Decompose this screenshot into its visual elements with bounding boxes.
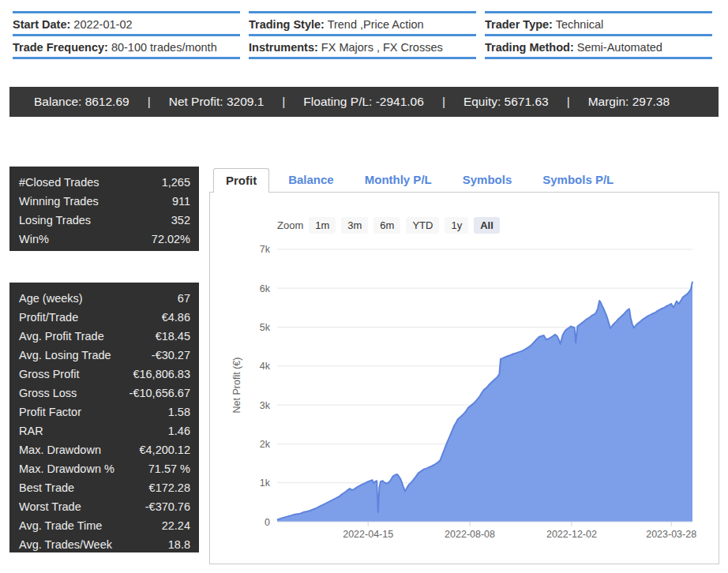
chart-zoom-controls: Zoom 1m3m6mYTD1yAll — [277, 217, 500, 234]
separator: | — [442, 95, 445, 109]
tab-monthly-p-l[interactable]: Monthly P/L — [353, 168, 444, 192]
info-value: Trend ,Price Action — [325, 18, 424, 31]
stat-label: Worst Trade — [19, 497, 81, 516]
separator: | — [282, 95, 285, 109]
stat-value: €172.28 — [149, 478, 190, 497]
y-tick-label: 2k — [260, 439, 271, 450]
tab-symbols[interactable]: Symbols — [451, 168, 524, 192]
info-cell-trading-method: Trading Method: Semi-Automated — [485, 34, 712, 59]
stat-value: 352 — [171, 211, 190, 230]
tab-symbols-p-l[interactable]: Symbols P/L — [531, 168, 625, 192]
stat-row-best-trade: Best Trade€172.28 — [19, 478, 190, 497]
stat-value: €16,806.83 — [133, 365, 190, 384]
info-label: Trade Frequency: — [13, 41, 108, 54]
stat-value: 1.58 — [168, 403, 190, 421]
x-tick-label: 2022-04-15 — [343, 529, 393, 540]
info-label: Trader Type: — [485, 18, 553, 31]
stat-value: €18.45 — [156, 327, 190, 346]
info-label: Trading Method: — [485, 41, 574, 54]
net-profit-area-chart[interactable]: 01k2k3k4k5k6k7kNet Profit (€)2022-04-152… — [210, 193, 719, 563]
stat-value: 1.46 — [168, 421, 190, 440]
stat-row-profit-trade: Profit/Trade€4.86 — [19, 308, 190, 327]
account-info-grid: Start Date: 2022-01-02Trading Style: Tre… — [13, 11, 712, 59]
stat-row-win: Win%72.02% — [19, 230, 190, 249]
summary-item-equity: Equity: 5671.63 — [463, 95, 549, 109]
x-tick-label: 2023-03-28 — [646, 529, 696, 540]
stat-row-rar: RAR1.46 — [19, 421, 190, 440]
stat-row-closed-trades: #Closed Trades1,265 — [19, 173, 190, 192]
stat-value: -€370.76 — [145, 497, 190, 516]
stat-label: Age (weeks) — [19, 289, 83, 308]
summary-item-balance: Balance: 8612.69 — [34, 95, 129, 109]
zoom-button-3m[interactable]: 3m — [341, 217, 368, 234]
y-tick-label: 1k — [260, 478, 271, 489]
info-cell-start-date: Start Date: 2022-01-02 — [13, 11, 240, 34]
info-value: FX Majors , FX Crosses — [318, 41, 443, 54]
stat-row-avg-trades-week: Avg. Trades/Week18.8 — [19, 535, 190, 554]
y-tick-label: 5k — [260, 322, 271, 333]
info-label: Trading Style: — [249, 18, 325, 31]
stat-row-worst-trade: Worst Trade-€370.76 — [19, 497, 190, 516]
info-label: Start Date: — [13, 18, 70, 31]
stat-row-winning-trades: Winning Trades911 — [19, 192, 190, 211]
stat-value: -€10,656.67 — [129, 384, 190, 403]
zoom-button-ytd[interactable]: YTD — [406, 217, 439, 234]
info-cell-trader-type: Trader Type: Technical — [485, 11, 712, 34]
stat-value: 67 — [178, 289, 190, 308]
x-tick-label: 2022-12-02 — [546, 529, 597, 540]
stat-label: Avg. Trade Time — [19, 516, 102, 535]
stat-row-profit-factor: Profit Factor1.58 — [19, 403, 190, 421]
chart-body: Zoom 1m3m6mYTD1yAll 01k2k3k4k5k6k7kNet P… — [209, 193, 719, 564]
y-tick-label: 6k — [260, 283, 271, 294]
zoom-button-6m[interactable]: 6m — [373, 217, 400, 234]
stat-row-avg-losing-trade: Avg. Losing Trade-€30.27 — [19, 346, 190, 365]
stat-value: -€30.27 — [152, 346, 190, 365]
stat-row-losing-trades: Losing Trades352 — [19, 211, 190, 230]
tab-balance[interactable]: Balance — [276, 168, 346, 192]
performance-stats-panel: Age (weeks)67Profit/Trade€4.86Avg. Profi… — [9, 283, 199, 552]
stat-label: Winning Trades — [19, 192, 99, 211]
zoom-button-all[interactable]: All — [474, 217, 500, 234]
stat-label: Avg. Profit Trade — [19, 327, 104, 346]
stat-value: 72.02% — [152, 230, 190, 249]
y-tick-label: 3k — [260, 400, 271, 411]
chart-card: ProfitBalanceMonthly P/LSymbolsSymbols P… — [209, 168, 719, 564]
stat-row-avg-trade-time: Avg. Trade Time22.24 — [19, 516, 190, 535]
stat-label: Profit/Trade — [19, 308, 78, 327]
tab-profit[interactable]: Profit — [213, 168, 269, 193]
info-label: Instruments: — [249, 41, 318, 54]
stat-row-gross-profit: Gross Profit€16,806.83 — [19, 365, 190, 384]
stat-value: 1,265 — [162, 173, 190, 192]
zoom-button-1y[interactable]: 1y — [445, 217, 468, 234]
y-tick-label: 0 — [265, 517, 270, 528]
trade-stats-panel: #Closed Trades1,265Winning Trades911Losi… — [9, 167, 199, 251]
separator: | — [567, 95, 570, 109]
info-value: Technical — [553, 18, 603, 31]
stat-label: Max. Drawdown % — [19, 459, 114, 478]
stat-value: 22.24 — [162, 516, 190, 535]
summary-item-margin: Margin: 297.38 — [588, 95, 670, 109]
info-cell-instruments: Instruments: FX Majors , FX Crosses — [249, 34, 476, 59]
stat-value: €4,200.12 — [139, 440, 190, 459]
stat-label: Best Trade — [19, 478, 74, 497]
stat-label: #Closed Trades — [19, 173, 99, 192]
y-tick-label: 4k — [260, 361, 271, 372]
stat-value: 911 — [172, 192, 190, 211]
chart-tabs: ProfitBalanceMonthly P/LSymbolsSymbols P… — [209, 168, 719, 193]
stat-row-age-weeks: Age (weeks)67 — [19, 289, 190, 308]
stat-label: Avg. Trades/Week — [19, 535, 112, 554]
info-cell-trading-style: Trading Style: Trend ,Price Action — [249, 11, 476, 34]
info-value: 80-100 trades/month — [108, 41, 217, 54]
stat-label: Win% — [19, 230, 49, 249]
info-value: 2022-01-02 — [70, 18, 132, 31]
separator: | — [148, 95, 151, 109]
stat-label: Max. Drawdown — [19, 440, 101, 459]
zoom-button-1m[interactable]: 1m — [309, 217, 336, 234]
stat-value: 71.57 % — [148, 459, 190, 478]
stat-label: Avg. Losing Trade — [19, 346, 111, 365]
summary-item-net-profit: Net Profit: 3209.1 — [169, 95, 265, 109]
info-value: Semi-Automated — [574, 41, 662, 54]
stat-label: Losing Trades — [19, 211, 91, 230]
stat-row-max-drawdown: Max. Drawdown %71.57 % — [19, 459, 190, 478]
x-tick-label: 2022-08-08 — [445, 529, 495, 540]
